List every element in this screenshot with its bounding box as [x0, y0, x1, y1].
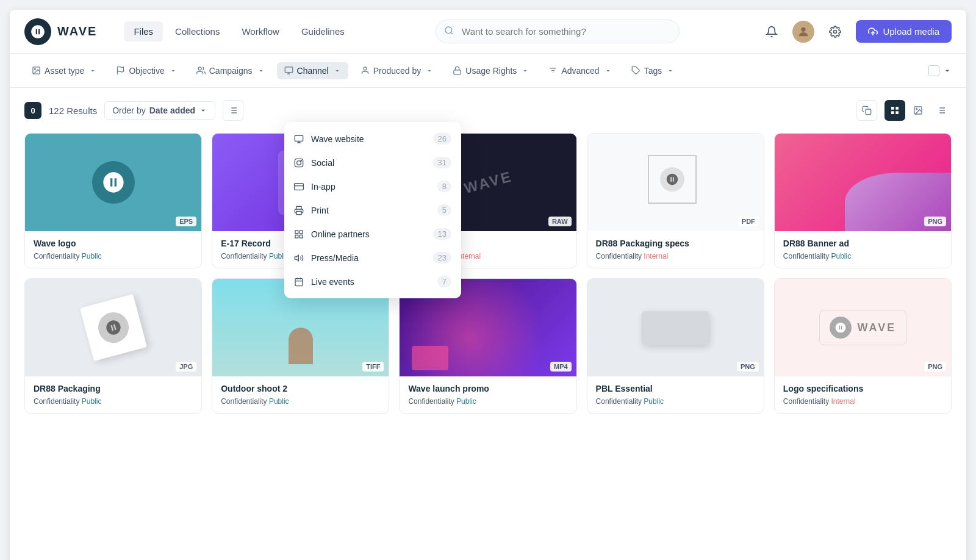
channel-online-partners[interactable]: Online partners 13	[284, 222, 461, 246]
filter-campaigns[interactable]: Campaigns	[189, 62, 272, 79]
nav-guidelines[interactable]: Guidelines	[292, 21, 354, 41]
order-select[interactable]: Order by Date added	[104, 101, 215, 120]
format-badge-5: PNG	[924, 217, 946, 226]
card-meta-6: Confidentiality Public	[34, 397, 193, 406]
channel-wave-website-count: 26	[433, 133, 451, 145]
filter-usage-rights[interactable]: Usage Rights	[445, 62, 536, 79]
upload-media-button[interactable]: Upload media	[856, 20, 952, 43]
nav-collections[interactable]: Collections	[165, 21, 229, 41]
card-body-pbl: PBL Essential Confidentiality Public	[587, 376, 764, 413]
content-area: 0 122 Results Order by Date added	[10, 88, 966, 426]
megaphone-icon	[294, 253, 304, 263]
sort-options-button[interactable]	[223, 100, 243, 121]
channel-in-app-label: In-app	[311, 182, 336, 192]
filter-produced-by[interactable]: Produced by	[353, 62, 441, 79]
card-image-packaging: JPG	[25, 279, 201, 376]
svg-point-0	[445, 27, 452, 34]
channel-wave-website[interactable]: Wave website 26	[284, 127, 461, 151]
select-all-checkbox[interactable]	[928, 65, 939, 76]
filter-advanced[interactable]: Advanced	[541, 62, 619, 79]
card-outdoor-shoot[interactable]: TIFF Outdoor shoot 2 Confidentiality Pub…	[212, 278, 389, 414]
filter-objective[interactable]: Objective	[109, 62, 184, 79]
grid-icon	[294, 229, 304, 239]
svg-line-1	[451, 32, 453, 34]
card-body-packaging-specs: DR88 Packaging specs Confidentiality Int…	[587, 231, 764, 268]
avatar[interactable]	[792, 21, 814, 43]
svg-rect-21	[295, 159, 303, 167]
selected-count-badge: 0	[24, 102, 41, 119]
settings-button[interactable]	[824, 21, 846, 43]
channel-social-label: Social	[311, 158, 334, 168]
card-title-10: Logo specifications	[783, 384, 942, 393]
svg-rect-45	[895, 111, 899, 114]
printer-icon	[294, 206, 304, 215]
svg-rect-18	[295, 135, 303, 141]
channel-in-app-count: 8	[437, 181, 451, 192]
channel-dropdown: Wave website 26 Social 31 In-app 8	[284, 122, 461, 298]
credit-card-icon	[294, 182, 304, 192]
svg-rect-30	[295, 235, 298, 238]
monitor-icon	[294, 134, 304, 144]
logo[interactable]: WAVE	[24, 18, 97, 45]
notifications-button[interactable]	[761, 21, 783, 43]
filter-asset-type[interactable]: Asset type	[24, 62, 104, 79]
card-meta-5: Confidentiality Public	[783, 252, 942, 260]
channel-print[interactable]: Print 5	[284, 198, 461, 222]
card-wave-logo[interactable]: EPS Wave logo Confidentiality Public	[24, 133, 202, 268]
channel-in-app[interactable]: In-app 8	[284, 174, 461, 198]
svg-rect-46	[891, 111, 894, 114]
card-title-5: DR88 Banner ad	[783, 239, 942, 248]
filter-channel[interactable]: Channel	[277, 62, 348, 79]
svg-rect-42	[866, 109, 871, 115]
copy-button[interactable]	[856, 100, 877, 121]
format-badge-8: MP4	[550, 362, 572, 372]
filter-tags[interactable]: Tags	[624, 62, 682, 79]
format-badge-1: EPS	[176, 217, 196, 226]
order-label: Order by	[112, 106, 145, 115]
svg-rect-29	[300, 235, 303, 238]
card-pbl-essential[interactable]: PNG PBL Essential Confidentiality Public	[587, 278, 764, 414]
asset-grid: EPS Wave logo Confidentiality Public 201…	[24, 133, 952, 414]
card-wave-launch-promo[interactable]: MP4 Wave launch promo Confidentiality Pu…	[399, 278, 576, 414]
filter-tags-label: Tags	[644, 66, 662, 76]
card-body-logo-spec: Logo specifications Confidentiality Inte…	[775, 376, 951, 413]
card-meta-10: Confidentiality Internal	[783, 397, 942, 406]
nav-files[interactable]: Files	[124, 21, 163, 41]
image-view-button[interactable]	[908, 100, 928, 121]
svg-point-6	[34, 68, 35, 70]
channel-print-count: 5	[437, 204, 451, 216]
format-badge-7: TIFF	[362, 362, 384, 372]
upload-media-label: Upload media	[883, 26, 939, 37]
grid-view-button[interactable]	[884, 100, 905, 121]
format-badge-3: RAW	[548, 217, 572, 226]
svg-rect-26	[296, 211, 301, 214]
channel-print-label: Print	[311, 206, 329, 215]
filter-produced-by-label: Produced by	[373, 66, 422, 76]
nav-workflow[interactable]: Workflow	[232, 21, 289, 41]
card-title-1: Wave logo	[34, 239, 193, 248]
channel-social[interactable]: Social 31	[284, 151, 461, 174]
channel-wave-website-label: Wave website	[311, 134, 364, 144]
card-dr88-packaging-specs[interactable]: PDF DR88 Packaging specs Confidentiality…	[587, 133, 764, 268]
card-logo-specifications[interactable]: WAVE PNG Logo specifications Confidentia…	[774, 278, 952, 414]
channel-online-partners-count: 13	[433, 228, 451, 240]
channel-live-events-label: Live events	[311, 277, 354, 287]
channel-press-media[interactable]: Press/Media 23	[284, 246, 461, 270]
top-bar: WAVE Files Collections Workflow Guidelin…	[10, 10, 966, 54]
list-view-button[interactable]	[931, 100, 952, 121]
search-bar	[436, 20, 680, 43]
svg-point-23	[301, 160, 301, 160]
card-meta-1: Confidentiality Public	[34, 252, 193, 260]
card-dr88-banner-ad[interactable]: PNG DR88 Banner ad Confidentiality Publi…	[774, 133, 952, 268]
card-body-packaging: DR88 Packaging Confidentiality Public	[25, 376, 201, 413]
svg-rect-27	[295, 231, 298, 234]
channel-live-events[interactable]: Live events 7	[284, 270, 461, 293]
card-title-6: DR88 Packaging	[34, 384, 193, 393]
svg-rect-32	[295, 278, 303, 285]
card-image-pbl: PNG	[587, 279, 764, 376]
card-dr88-packaging[interactable]: JPG DR88 Packaging Confidentiality Publi…	[24, 278, 202, 414]
card-meta-9: Confidentiality Public	[596, 397, 755, 406]
search-input[interactable]	[436, 20, 680, 43]
order-value: Date added	[149, 106, 195, 115]
channel-live-events-count: 7	[437, 276, 451, 287]
